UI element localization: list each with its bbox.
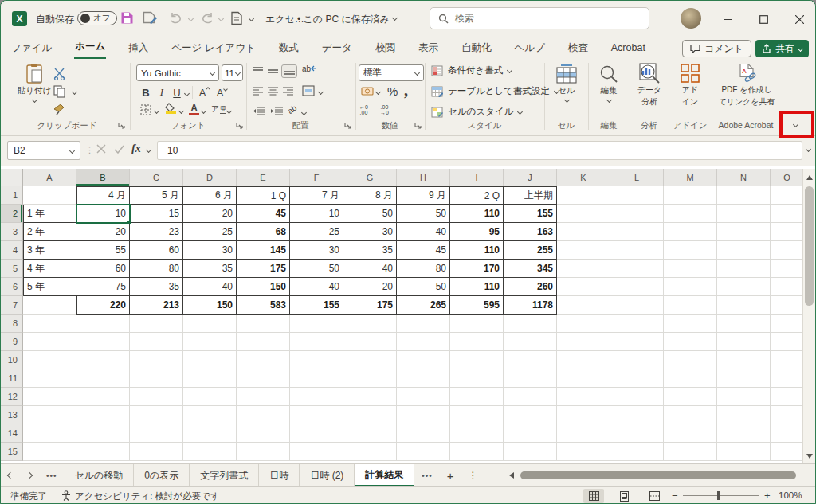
save-icon[interactable]	[120, 11, 134, 25]
cell-D4[interactable]: 30	[183, 241, 237, 260]
row-header-15[interactable]: 15	[1, 443, 23, 461]
add-sheet-icon[interactable]: +	[440, 464, 461, 486]
cell-F11[interactable]	[290, 369, 343, 388]
cell-E7[interactable]: 583	[237, 296, 290, 315]
cell-L14[interactable]	[610, 424, 664, 443]
cell-N5[interactable]	[717, 260, 771, 278]
cell-O6[interactable]	[771, 278, 804, 296]
cut-icon[interactable]	[53, 68, 67, 80]
cell-A9[interactable]	[23, 333, 76, 351]
col-header-G[interactable]: G	[343, 169, 397, 186]
print-preview-icon[interactable]	[230, 11, 243, 25]
cell-H1[interactable]: 9 月	[397, 186, 450, 205]
cell-M7[interactable]	[664, 296, 717, 315]
cell-K3[interactable]	[557, 223, 610, 241]
zoom-in-icon[interactable]: +	[764, 490, 771, 502]
shrink-font-button[interactable]: A	[215, 85, 229, 100]
cell-B3[interactable]: 20	[76, 223, 130, 241]
cell-I10[interactable]	[450, 351, 504, 369]
cell-G15[interactable]	[343, 443, 397, 461]
cell-A10[interactable]	[23, 351, 76, 369]
cell-A2[interactable]: 1 年	[23, 205, 76, 223]
sheet-tab-4[interactable]: 日時 (2)	[300, 464, 355, 486]
row-header-7[interactable]: 7	[1, 296, 23, 315]
tab-review[interactable]: 校閲	[375, 39, 396, 58]
cell-H10[interactable]	[397, 351, 450, 369]
orientation-icon[interactable]: ab	[286, 104, 298, 115]
addins-button[interactable]: アド イン	[673, 63, 708, 107]
title-dropdown-icon[interactable]	[392, 15, 398, 21]
maximize-button[interactable]	[751, 10, 775, 28]
font-name-combo[interactable]: Yu Gothic	[136, 64, 219, 81]
cell-J1[interactable]: 上半期	[504, 186, 557, 205]
cell-G3[interactable]: 30	[343, 223, 397, 241]
row-header-14[interactable]: 14	[1, 424, 23, 443]
cell-E3[interactable]: 68	[237, 223, 290, 241]
tab-acrobat[interactable]: Acrobat	[610, 40, 646, 57]
data-analysis-button[interactable]: データ 分析	[632, 63, 667, 107]
cell-H9[interactable]	[397, 333, 450, 351]
cell-K7[interactable]	[557, 296, 610, 315]
cell-H12[interactable]	[397, 388, 450, 406]
cell-L10[interactable]	[610, 351, 664, 369]
cell-K1[interactable]	[557, 186, 610, 205]
cell-B8[interactable]	[76, 315, 130, 333]
cell-A6[interactable]: 5 年	[23, 278, 76, 296]
tab-page-layout[interactable]: ページ レイアウト	[171, 39, 257, 58]
cell-F7[interactable]: 155	[290, 296, 343, 315]
orientation-dropdown-icon[interactable]	[301, 110, 307, 115]
hscroll-left-icon[interactable]	[509, 472, 514, 479]
format-painter-icon[interactable]	[53, 104, 67, 115]
tab-automate[interactable]: 自動化	[461, 39, 492, 58]
cell-F15[interactable]	[290, 443, 343, 461]
font-size-combo[interactable]: 11	[222, 64, 243, 81]
cell-N7[interactable]	[717, 296, 771, 315]
cell-H4[interactable]: 45	[397, 241, 450, 260]
save-as-icon[interactable]	[143, 11, 157, 25]
expand-formula-bar-icon[interactable]	[806, 147, 811, 152]
cell-M3[interactable]	[664, 223, 717, 241]
cell-I13[interactable]	[450, 406, 504, 424]
cell-I9[interactable]	[450, 333, 504, 351]
page-layout-view-button[interactable]	[614, 489, 634, 503]
comma-style-icon[interactable]: ,	[404, 81, 408, 100]
cell-N11[interactable]	[717, 369, 771, 388]
cell-J5[interactable]: 345	[504, 260, 557, 278]
sheet-more-icon[interactable]: •••	[414, 464, 440, 486]
cell-G1[interactable]: 8 月	[343, 186, 397, 205]
cell-L4[interactable]	[610, 241, 664, 260]
redo-dropdown-icon[interactable]	[218, 16, 224, 21]
cell-M15[interactable]	[664, 443, 717, 461]
row-header-11[interactable]: 11	[1, 369, 23, 388]
align-bottom-icon[interactable]	[281, 64, 297, 78]
cell-B6[interactable]: 75	[76, 278, 130, 296]
row-header-13[interactable]: 13	[1, 406, 23, 424]
cell-styles-button[interactable]: セルのスタイル	[431, 106, 522, 118]
increase-indent-icon[interactable]	[270, 107, 283, 115]
vertical-scrollbar[interactable]	[802, 169, 815, 463]
zoom-slider-thumb[interactable]	[717, 491, 720, 500]
cell-A1[interactable]	[23, 186, 76, 205]
cell-O15[interactable]	[771, 443, 804, 461]
cell-K8[interactable]	[557, 315, 610, 333]
conditional-formatting-button[interactable]: 条件付き書式	[431, 64, 512, 76]
cell-A14[interactable]	[23, 424, 76, 443]
wrap-text-icon[interactable]: ab	[302, 64, 318, 73]
cell-C15[interactable]	[130, 443, 183, 461]
cell-L8[interactable]	[610, 315, 664, 333]
row-header-6[interactable]: 6	[1, 278, 23, 296]
cell-J6[interactable]: 260	[504, 278, 557, 296]
close-button[interactable]	[787, 10, 811, 28]
cell-D6[interactable]: 40	[183, 278, 237, 296]
cell-K6[interactable]	[557, 278, 610, 296]
cell-E13[interactable]	[237, 406, 290, 424]
cell-L9[interactable]	[610, 333, 664, 351]
cell-E14[interactable]	[237, 424, 290, 443]
cell-L11[interactable]	[610, 369, 664, 388]
align-left-icon[interactable]	[253, 87, 263, 96]
sheet-list-icon[interactable]: •••	[39, 464, 65, 486]
cell-K13[interactable]	[557, 406, 610, 424]
cell-O10[interactable]	[771, 351, 804, 369]
sheet-prev-icon[interactable]	[1, 464, 20, 486]
cell-H5[interactable]: 80	[397, 260, 450, 278]
